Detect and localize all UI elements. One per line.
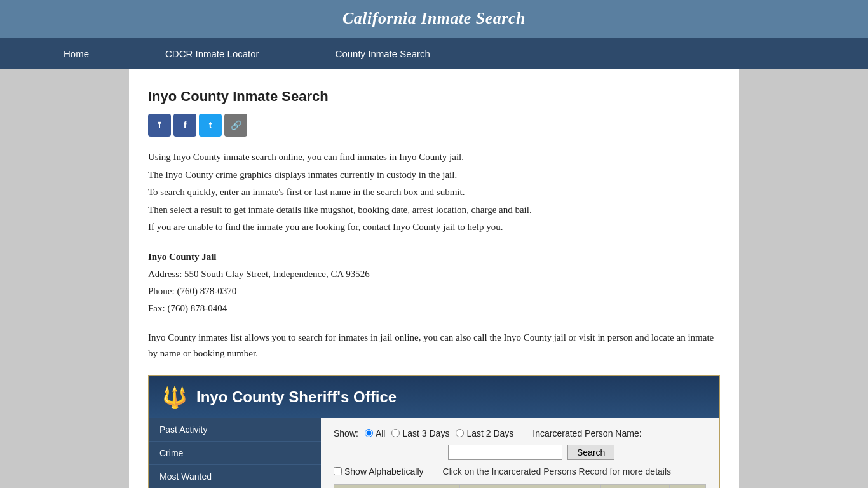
sidebar-crime[interactable]: Crime: [149, 442, 321, 465]
col-booking-date: Booking Date: [460, 484, 529, 488]
radio-last2-label[interactable]: Last 2 Days: [456, 428, 513, 438]
site-title: California Inmate Search: [13, 9, 855, 28]
radio-last3-text: Last 3 Days: [402, 428, 449, 438]
sheriff-body: Past Activity Crime Most Wanted Missing …: [149, 418, 719, 489]
show-row: Show: All Last 3 Days Last 2 Days: [334, 428, 706, 438]
share-icon: ⤒: [156, 121, 163, 130]
jail-address: Address: 550 South Clay Street, Independ…: [148, 266, 720, 283]
sheriff-search-area: Show: All Last 3 Days Last 2 Days: [321, 418, 719, 489]
copy-link-button[interactable]: 🔗: [224, 114, 247, 137]
show-alpha-text: Show Alphabetically: [344, 466, 424, 477]
link-icon: 🔗: [231, 120, 241, 130]
site-header: California Inmate Search: [0, 0, 868, 38]
sheriff-header: 🔱 Inyo County Sheriff's Office: [149, 376, 719, 418]
radio-all-text: All: [376, 428, 386, 438]
sheriff-widget: 🔱 Inyo County Sheriff's Office Past Acti…: [148, 375, 720, 489]
col-arresting-agency: Arresting Agency: [529, 484, 600, 488]
sheriff-title: Inyo County Sheriff's Office: [196, 388, 397, 406]
twitter-button[interactable]: t: [199, 114, 222, 137]
sidebar-most-wanted[interactable]: Most Wanted: [149, 465, 321, 489]
jail-info: Inyo County Jail Address: 550 South Clay…: [148, 248, 720, 317]
show-label: Show:: [334, 428, 358, 438]
jail-fax: Fax: (760) 878-0404: [148, 300, 720, 317]
click-info: Click on the Incarcerated Persons Record…: [443, 466, 672, 477]
radio-last3[interactable]: [391, 429, 400, 437]
col-arrest-location: Arrest Location: [600, 484, 669, 488]
desc-line-5: If you are unable to find the inmate you…: [148, 219, 720, 236]
desc-line-1: Using Inyo County inmate search online, …: [148, 149, 720, 166]
col-status: Status: [670, 484, 706, 488]
sheriff-sidebar: Past Activity Crime Most Wanted Missing …: [149, 418, 321, 489]
col-booking: Booking #: [334, 484, 383, 488]
content-wrapper: Inyo County Inmate Search ⤒ f t 🔗 Using …: [129, 69, 739, 488]
badge-icon: 🔱: [162, 385, 187, 409]
main-nav: Home CDCR Inmate Locator County Inmate S…: [0, 38, 868, 69]
nav-home[interactable]: Home: [25, 38, 127, 69]
col-name: Name: [383, 484, 460, 488]
desc-line-4: Then select a result to get inmate detai…: [148, 202, 720, 219]
nav-county[interactable]: County Inmate Search: [297, 38, 468, 69]
share-button[interactable]: ⤒: [148, 114, 171, 137]
table-header-row: Booking # Name Booking Date Arresting Ag…: [334, 484, 706, 488]
social-buttons: ⤒ f t 🔗: [148, 114, 720, 137]
incarcerated-label: Incarcerated Person Name:: [532, 428, 641, 438]
radio-last3-label[interactable]: Last 3 Days: [391, 428, 449, 438]
radio-last2-text: Last 2 Days: [466, 428, 513, 438]
facebook-button[interactable]: f: [173, 114, 196, 137]
radio-all[interactable]: [365, 429, 373, 437]
desc-line-3: To search quickly, enter an inmate's fir…: [148, 184, 720, 201]
radio-all-label[interactable]: All: [365, 428, 386, 438]
bottom-desc: Inyo County inmates list allows you to s…: [148, 330, 720, 362]
search-input[interactable]: [448, 445, 562, 460]
sidebar-past-activity[interactable]: Past Activity: [149, 418, 321, 442]
show-alpha-checkbox[interactable]: [334, 467, 342, 475]
page-title: Inyo County Inmate Search: [148, 88, 720, 105]
desc-line-2: The Inyo County crime graphics displays …: [148, 167, 720, 184]
radio-last2[interactable]: [456, 429, 464, 437]
jail-name: Inyo County Jail: [148, 248, 720, 266]
description-block: Using Inyo County inmate search online, …: [148, 149, 720, 236]
search-input-row: Search: [448, 445, 706, 460]
search-button[interactable]: Search: [567, 445, 614, 460]
facebook-icon: f: [184, 120, 187, 130]
nav-cdcr[interactable]: CDCR Inmate Locator: [127, 38, 297, 69]
jail-phone: Phone: (760) 878-0370: [148, 283, 720, 300]
bottom-desc-text: Inyo County inmates list allows you to s…: [148, 330, 720, 362]
show-alpha-row: Show Alphabetically Click on the Incarce…: [334, 466, 706, 477]
inmate-table: Booking # Name Booking Date Arresting Ag…: [334, 484, 706, 489]
twitter-icon: t: [209, 120, 212, 130]
show-alpha-label[interactable]: Show Alphabetically: [334, 466, 424, 477]
